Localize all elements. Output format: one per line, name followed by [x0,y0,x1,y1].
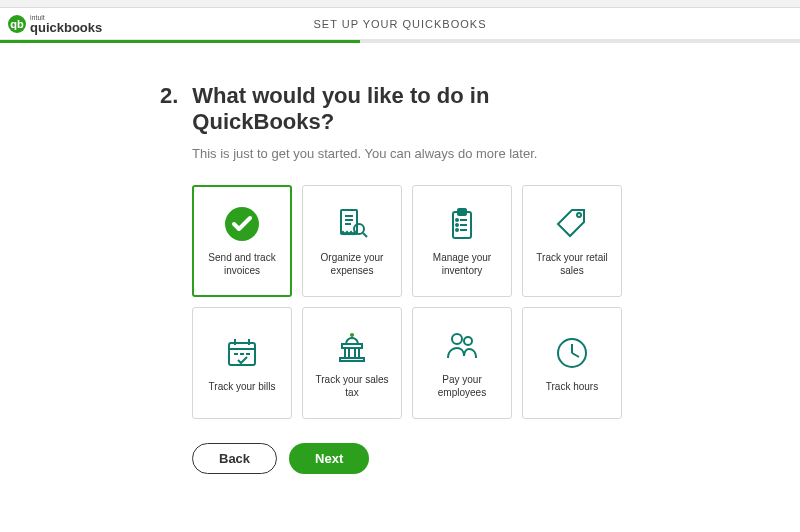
svg-point-15 [577,213,581,217]
svg-rect-30 [340,358,364,361]
svg-point-32 [464,337,472,345]
card-send-track-invoices[interactable]: Send and track invoices [192,185,292,297]
card-track-hours[interactable]: Track hours [522,307,622,419]
step-number: 2. [160,83,178,109]
card-label: Send and track invoices [200,252,284,277]
card-label: Track your sales tax [309,374,395,399]
svg-point-31 [452,334,462,344]
clipboard-icon [442,204,482,244]
card-label: Track your bills [209,381,276,394]
svg-rect-8 [458,209,466,215]
brand-product: quickbooks [30,21,102,34]
brand-logo: qb intuit quickbooks [8,14,102,34]
card-label: Organize your expenses [309,252,395,277]
card-manage-inventory[interactable]: Manage your inventory [412,185,512,297]
svg-point-13 [456,229,458,231]
checkmark-circle-icon [222,204,262,244]
price-tag-icon [552,204,592,244]
card-track-sales-tax[interactable]: Track your sales tax [302,307,402,419]
setup-content: 2. What would you like to do in QuickBoo… [0,43,800,474]
receipt-search-icon [332,204,372,244]
step-header: 2. What would you like to do in QuickBoo… [160,83,800,136]
step-subtitle: This is just to get you started. You can… [192,146,800,161]
brand-text: intuit quickbooks [30,14,102,34]
people-icon [442,326,482,366]
svg-rect-25 [342,344,362,348]
qb-badge-icon: qb [8,15,26,33]
card-pay-employees[interactable]: Pay your employees [412,307,512,419]
progress-fill [0,40,360,43]
svg-point-5 [354,224,364,234]
card-label: Pay your employees [419,374,505,399]
card-label: Track hours [546,381,598,394]
page-title: SET UP YOUR QUICKBOOKS [314,18,487,30]
back-button[interactable]: Back [192,443,277,474]
nav-buttons: Back Next [192,443,800,474]
svg-point-11 [456,224,458,226]
svg-line-6 [363,233,367,237]
clock-icon [552,333,592,373]
step-title: What would you like to do in QuickBooks? [192,83,572,136]
svg-point-23 [350,333,354,337]
option-grid: Send and track invoices Organize your ex… [192,185,800,419]
card-label: Manage your inventory [419,252,505,277]
next-button[interactable]: Next [289,443,369,474]
svg-point-9 [456,219,458,221]
browser-chrome-bar [0,0,800,8]
government-building-icon [332,326,372,366]
app-header: qb intuit quickbooks SET UP YOUR QUICKBO… [0,8,800,40]
card-label: Track your retail sales [529,252,615,277]
card-track-retail-sales[interactable]: Track your retail sales [522,185,622,297]
card-track-bills[interactable]: Track your bills [192,307,292,419]
calendar-icon [222,333,262,373]
card-organize-expenses[interactable]: Organize your expenses [302,185,402,297]
svg-line-35 [572,353,579,357]
